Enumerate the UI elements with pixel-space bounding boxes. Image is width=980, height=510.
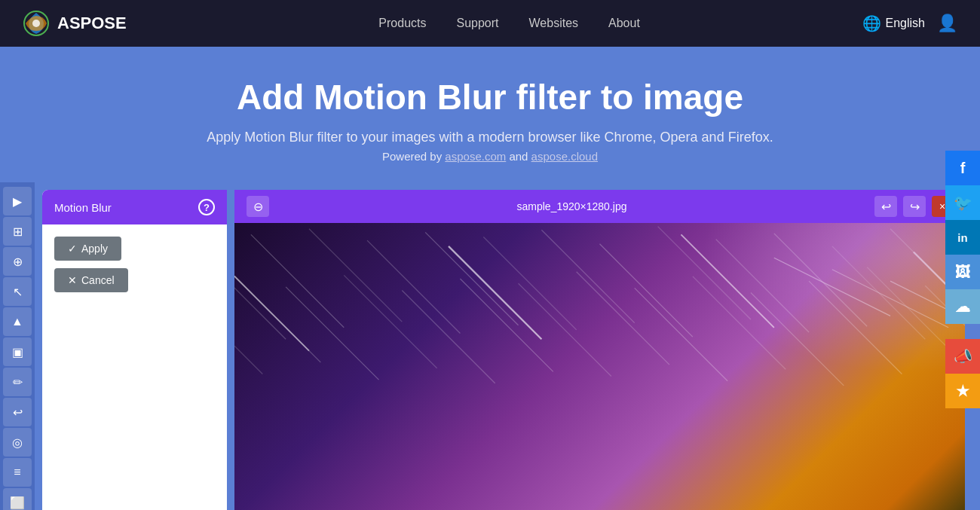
apply-button[interactable]: ✓ Apply <box>54 237 121 261</box>
svg-line-4 <box>309 229 402 322</box>
undo-button[interactable]: ↩ <box>874 196 897 217</box>
svg-line-2 <box>234 246 286 339</box>
nav-links: Products Support Websites About <box>157 17 862 30</box>
svg-line-20 <box>402 290 495 383</box>
logo-text: ASPOSE <box>57 14 127 33</box>
image-share-button[interactable]: 🖼 <box>945 255 980 289</box>
powered-link-2[interactable]: aspose.cloud <box>531 150 598 163</box>
svg-line-9 <box>600 244 693 337</box>
tool-eye[interactable]: ◎ <box>3 428 32 457</box>
svg-point-1 <box>32 20 40 27</box>
left-toolbar: ▶ ⊞ ⊕ ↖ ▲ ▣ ✏ ↩ ◎ ≡ ⬜ ⊟ ◈ ⊿ ☁ ♟ <box>0 182 35 510</box>
logo[interactable]: ASPOSE <box>23 10 127 37</box>
image-content <box>234 223 965 510</box>
tool-undo[interactable]: ↩ <box>3 398 32 426</box>
filters-sidebar: Motion Blur ? ✓ Apply ✕ Cancel <box>42 190 227 510</box>
hero-section: Add Motion Blur filter to image Apply Mo… <box>0 47 980 182</box>
zoom-out-button[interactable]: ⊖ <box>247 196 269 217</box>
filter-help-button[interactable]: ? <box>198 199 215 215</box>
tool-mountain[interactable]: ▲ <box>3 307 32 336</box>
powered-link-1[interactable]: aspose.com <box>445 150 506 163</box>
svg-line-16 <box>234 281 262 374</box>
social-panel: f 🐦 in 🖼 ☁ 📣 ★ <box>945 151 980 408</box>
logo-icon <box>23 10 50 37</box>
cloud-share-button[interactable]: ☁ <box>945 289 980 324</box>
navbar: ASPOSE Products Support Websites About 🌐… <box>0 0 980 47</box>
filter-title: Motion Blur <box>54 201 112 214</box>
svg-line-19 <box>344 275 436 368</box>
tool-draw[interactable]: ✏ <box>3 368 32 396</box>
star-button[interactable]: ★ <box>945 374 980 408</box>
linkedin-button[interactable]: in <box>945 220 980 255</box>
image-placeholder <box>234 223 965 510</box>
powered-text: Powered by aspose.com and aspose.cloud <box>15 150 965 163</box>
filter-actions: ✓ Apply ✕ Cancel <box>42 224 227 304</box>
svg-line-23 <box>577 272 669 365</box>
tool-photo[interactable]: ▣ <box>3 337 32 366</box>
nebula-glow <box>701 223 965 374</box>
tool-forward[interactable]: ▶ <box>3 187 32 215</box>
nav-products[interactable]: Products <box>378 17 426 30</box>
nav-support[interactable]: Support <box>456 17 498 30</box>
toolbar-left: ⊖ <box>247 196 269 217</box>
checkmark-icon: ✓ <box>68 243 77 255</box>
toolbar-right: ↩ ↪ × <box>874 196 953 217</box>
svg-line-3 <box>251 234 344 327</box>
redo-button[interactable]: ↪ <box>903 196 926 217</box>
image-toolbar: ⊖ sample_1920×1280.jpg ↩ ↪ × <box>234 190 965 223</box>
image-viewer: ⊖ sample_1920×1280.jpg ↩ ↪ × <box>234 190 965 510</box>
svg-line-6 <box>425 232 518 325</box>
editor-panel: Motion Blur ? ✓ Apply ✕ Cancel ⊖ <box>35 182 980 510</box>
twitter-button[interactable]: 🐦 <box>945 185 980 220</box>
tool-document[interactable]: ≡ <box>3 458 32 487</box>
svg-line-30 <box>234 258 309 350</box>
tool-layers[interactable]: ⊞ <box>3 217 32 246</box>
hero-subtitle: Apply Motion Blur filter to your images … <box>15 130 965 145</box>
svg-line-18 <box>286 287 378 380</box>
globe-icon: 🌐 <box>862 14 881 32</box>
svg-line-5 <box>367 240 460 333</box>
tool-zoom[interactable]: ⊕ <box>3 247 32 276</box>
language-button[interactable]: 🌐 English <box>862 14 925 32</box>
tool-picture[interactable]: ⬜ <box>3 488 32 510</box>
language-label: English <box>886 17 925 30</box>
user-icon[interactable]: 👤 <box>937 14 957 33</box>
main-area: ▶ ⊞ ⊕ ↖ ▲ ▣ ✏ ↩ ◎ ≡ ⬜ ⊟ ◈ ⊿ ☁ ♟ Motion B… <box>0 182 980 510</box>
nav-about[interactable]: About <box>608 17 640 30</box>
toolbar-center: sample_1920×1280.jpg <box>517 200 627 212</box>
cancel-button[interactable]: ✕ Cancel <box>54 268 128 292</box>
page-title: Add Motion Blur filter to image <box>15 77 965 118</box>
tool-pointer[interactable]: ↖ <box>3 277 32 306</box>
navbar-right: 🌐 English 👤 <box>862 14 957 33</box>
xmark-icon: ✕ <box>68 274 77 286</box>
announce-button[interactable]: 📣 <box>945 339 980 374</box>
svg-line-17 <box>234 270 320 362</box>
image-filename: sample_1920×1280.jpg <box>517 200 627 212</box>
nav-websites[interactable]: Websites <box>529 17 579 30</box>
facebook-button[interactable]: f <box>945 151 980 185</box>
filter-header: Motion Blur ? <box>42 190 227 224</box>
